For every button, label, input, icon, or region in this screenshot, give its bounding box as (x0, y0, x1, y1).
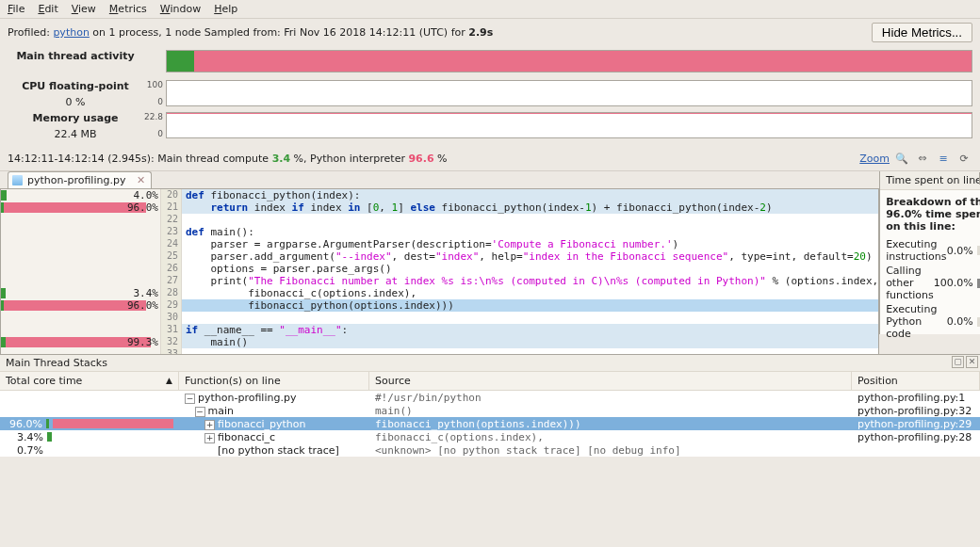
zoom-link[interactable]: Zoom (859, 153, 890, 165)
menu-help[interactable]: Help (214, 3, 237, 15)
breakdown-row: Calling other functions100.0% (886, 265, 980, 301)
menu-file[interactable]: File (8, 3, 24, 15)
file-tab-label: python-profiling.py (27, 174, 125, 186)
close-icon[interactable]: ✕ (137, 174, 145, 186)
stack-panel-header: Main Thread Stacks ▢ ✕ (0, 354, 980, 372)
file-tab[interactable]: python-profiling.py ✕ (8, 171, 152, 188)
metrics-panel: Main thread activity CPU floating-point0… (0, 46, 980, 146)
line-number-gutter: 2021222324252627282930313233 (161, 189, 182, 361)
metric-cpu-bar[interactable] (166, 80, 972, 106)
line-percent-gutter: 4.0%96.0%3.4%96.0%99.3% (1, 189, 161, 361)
profiled-info: Profiled: python on 1 process, 1 node Sa… (0, 19, 980, 46)
col-source[interactable]: Source (369, 372, 852, 390)
detach-icon[interactable]: ▢ (952, 356, 964, 368)
profiled-link[interactable]: python (53, 26, 89, 39)
table-row[interactable]: 3.4% +fibonacci_cfibonacci_c(options.ind… (0, 430, 980, 443)
stack-table-header: Total core time▲ Function(s) on line Sou… (0, 372, 980, 391)
menu-view[interactable]: View (72, 3, 96, 15)
close-panel-icon[interactable]: ✕ (966, 356, 978, 368)
hide-metrics-button[interactable]: Hide Metrics... (872, 23, 972, 42)
expander-icon[interactable]: + (204, 420, 215, 430)
line-breakdown-panel: Time spent on line 29 ▢ ✕ Breakdown of t… (879, 171, 980, 334)
table-row[interactable]: −mainmain()python-profiling.py:32 (0, 404, 980, 417)
metric-mem-label: Memory usage (8, 112, 143, 124)
expander-icon[interactable]: + (204, 433, 215, 443)
metric-main-thread-bar[interactable] (166, 50, 972, 72)
menu-metrics[interactable]: Metrics (109, 3, 147, 15)
metric-cpu-label: CPU floating-point (8, 80, 143, 92)
refresh-icon[interactable]: ⟳ (956, 150, 972, 167)
status-line: 14:12:11-14:12:14 (2.945s): Main thread … (0, 146, 980, 171)
col-total-time[interactable]: Total core time▲ (0, 372, 179, 390)
expander-icon[interactable]: − (195, 407, 205, 417)
resize-icon[interactable]: ⇕ (914, 150, 931, 167)
breakdown-row: Executing Python code0.0% (886, 303, 980, 340)
col-position[interactable]: Position (852, 372, 980, 390)
profiled-prefix: Profiled: (8, 26, 53, 39)
stack-table-body: −python-profiling.py#!/usr/bin/pythonpyt… (0, 391, 980, 457)
menu-window[interactable]: Window (160, 3, 201, 15)
table-row[interactable]: −python-profiling.py#!/usr/bin/pythonpyt… (0, 391, 980, 404)
menu-edit[interactable]: Edit (38, 3, 57, 15)
breakdown-row: Executing instructions0.0% (886, 238, 980, 263)
code-editor[interactable]: def fibonacci_python(index): return inde… (182, 189, 878, 361)
metric-mem-bar[interactable] (166, 112, 972, 138)
table-row[interactable]: 96.0% +fibonacci_pythonfibonacci_python(… (0, 417, 980, 430)
expander-icon[interactable]: − (185, 394, 195, 404)
side-panel-title: Time spent on line 29 (886, 174, 980, 186)
list-icon[interactable]: ≡ (935, 150, 952, 167)
table-row[interactable]: 0.7% [no python stack trace]<unknown> [n… (0, 443, 980, 457)
col-function[interactable]: Function(s) on line (179, 372, 369, 390)
menu-bar: File Edit View Metrics Window Help (0, 0, 980, 19)
zoom-icon[interactable]: 🔍 (893, 150, 910, 167)
sort-arrow-icon: ▲ (166, 376, 172, 385)
metric-main-thread-label: Main thread activity (8, 50, 143, 62)
